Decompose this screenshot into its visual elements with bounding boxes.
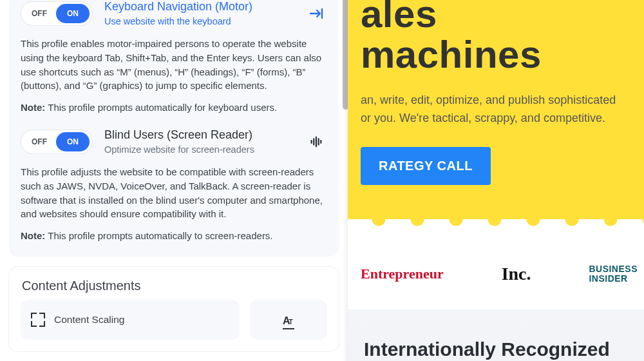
profile-blind-toggle[interactable]: OFF ON [21, 130, 93, 154]
content-adjustments-card: Content Adjustments Content Scaling AT [9, 267, 339, 351]
profile-blind-note: Note: This profile prompts automatically… [21, 230, 327, 241]
accessibility-profiles-card: OFF ON Keyboard Navigation (Motor) Use w… [9, 0, 339, 257]
recognition-heading: Internationally Recognized [364, 338, 644, 360]
logo-inc: Inc. [502, 264, 531, 284]
profile-blind-subtitle: Optimize website for screen-readers [104, 144, 294, 155]
panel-scrollbar[interactable] [343, 0, 348, 110]
toggle-on-knob: ON [56, 4, 90, 23]
logo-entrepreneur: Entrepreneur [361, 266, 444, 282]
press-logos: Entrepreneur Inc. BUSINESSINSIDER [361, 255, 638, 293]
tab-key-icon [305, 3, 327, 24]
toggle-off-label: OFF [32, 137, 47, 146]
hero-headline: ales machines [361, 0, 625, 75]
font-size-icon: AT [283, 315, 294, 329]
profile-keyboard-description: This profile enables motor-impaired pers… [21, 37, 327, 93]
content-adjustments-heading: Content Adjustments [22, 278, 327, 293]
expand-icon [31, 313, 45, 327]
hero-cta-button[interactable]: RATEGY CALL [361, 147, 491, 185]
toggle-on-knob: ON [56, 132, 90, 151]
profile-blind-title: Blind Users (Screen Reader) [104, 128, 294, 142]
profile-keyboard-toggle[interactable]: OFF ON [21, 1, 93, 26]
hero-subtext: an, write, edit, optimize, and publish s… [361, 92, 625, 128]
accessibility-panel: OFF ON Keyboard Navigation (Motor) Use w… [0, 0, 348, 361]
profile-keyboard-title[interactable]: Keyboard Navigation (Motor) [104, 0, 294, 14]
toggle-off-label: OFF [32, 9, 47, 18]
profile-keyboard-subtitle: Use website with the keyboard [104, 16, 294, 26]
adjust-readable-font[interactable]: AT [250, 300, 327, 340]
adjust-content-scaling[interactable]: Content Scaling [21, 300, 240, 340]
profile-blind-users: OFF ON Blind Users (Screen Reader) Optim… [21, 128, 327, 241]
adjust-content-scaling-label: Content Scaling [54, 314, 124, 326]
profile-keyboard-note: Note: This profile prompts automatically… [21, 102, 327, 113]
audio-waves-icon [305, 131, 327, 153]
profile-keyboard-navigation: OFF ON Keyboard Navigation (Motor) Use w… [21, 0, 327, 113]
profile-blind-description: This profile adjusts the website to be c… [21, 165, 327, 221]
logo-business-insider: BUSINESSINSIDER [589, 264, 638, 283]
